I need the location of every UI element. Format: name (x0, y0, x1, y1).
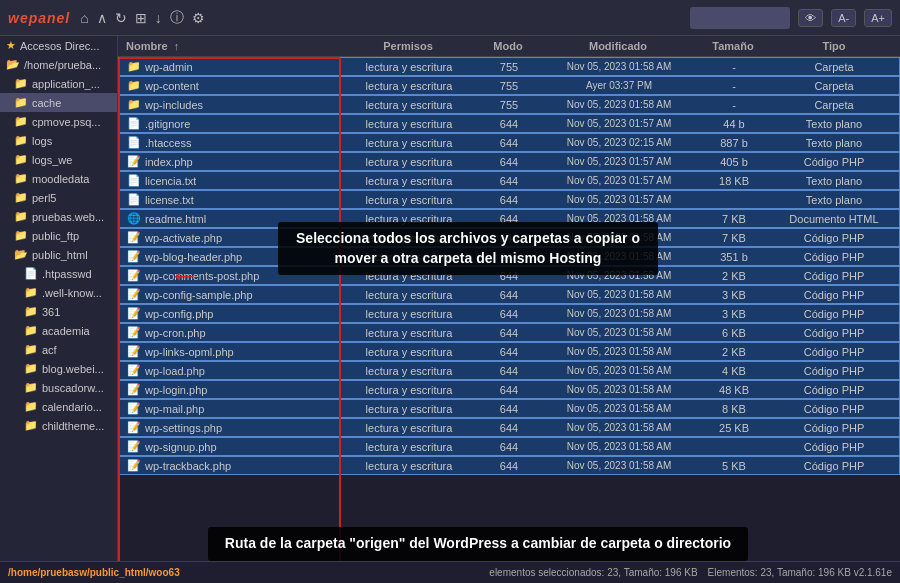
up-icon[interactable]: ∧ (97, 10, 107, 26)
settings-icon[interactable]: ⚙ (192, 10, 205, 26)
table-row[interactable]: 📄 license.txt lectura y escritura 644 No… (118, 190, 900, 209)
sidebar-item[interactable]: 📁public_ftp (0, 226, 117, 245)
file-perms-cell: lectura y escritura (339, 289, 479, 301)
sidebar-item[interactable]: 📁childtheme... (0, 416, 117, 435)
sidebar-item[interactable]: 📁pruebas.web... (0, 207, 117, 226)
file-mode-cell: 755 (479, 99, 539, 111)
file-name-label: .htaccess (145, 137, 191, 149)
table-row[interactable]: 📝 wp-trackback.php lectura y escritura 6… (118, 456, 900, 475)
search-input[interactable] (690, 7, 790, 29)
file-type-cell: Código PHP (769, 346, 899, 358)
file-perms-cell: lectura y escritura (339, 232, 479, 244)
table-row[interactable]: 📝 wp-blog-header.php lectura y escritura… (118, 247, 900, 266)
download-icon[interactable]: ↓ (155, 10, 162, 26)
sidebar-item[interactable]: 📁logs_we (0, 150, 117, 169)
table-row[interactable]: 📝 wp-links-opml.php lectura y escritura … (118, 342, 900, 361)
sidebar-item[interactable]: 📁application_... (0, 74, 117, 93)
table-row[interactable]: 📄 licencia.txt lectura y escritura 644 N… (118, 171, 900, 190)
table-row[interactable]: 📝 wp-settings.php lectura y escritura 64… (118, 418, 900, 437)
file-perms-cell: lectura y escritura (339, 346, 479, 358)
file-perms-cell: lectura y escritura (339, 175, 479, 187)
table-row[interactable]: 📝 wp-login.php lectura y escritura 644 N… (118, 380, 900, 399)
file-modified-cell: Nov 05, 2023 01:58 AM (539, 251, 699, 262)
php-icon: 📝 (127, 459, 141, 472)
table-row[interactable]: 📝 wp-mail.php lectura y escritura 644 No… (118, 399, 900, 418)
folder-icon: 📁 (14, 191, 28, 204)
sidebar-item[interactable]: 📁moodledata (0, 169, 117, 188)
col-header-type[interactable]: Tipo (768, 40, 900, 52)
file-name-label: wp-blog-header.php (145, 251, 242, 263)
html-icon: 🌐 (127, 212, 141, 225)
sidebar-item[interactable]: 📄.htpasswd (0, 264, 117, 283)
grid-icon[interactable]: ⊞ (135, 10, 147, 26)
file-modified-cell: Ayer 03:37 PM (539, 80, 699, 91)
sidebar-item[interactable]: 📁cache (0, 93, 117, 112)
sidebar-item[interactable]: 📁cpmove.psq... (0, 112, 117, 131)
table-row[interactable]: 🌐 readme.html lectura y escritura 644 No… (118, 209, 900, 228)
table-row[interactable]: 📝 wp-load.php lectura y escritura 644 No… (118, 361, 900, 380)
sidebar-item[interactable]: 📁.well-know... (0, 283, 117, 302)
file-mode-cell: 755 (479, 80, 539, 92)
file-size-cell: - (699, 80, 769, 92)
table-row[interactable]: 📝 wp-signup.php lectura y escritura 644 … (118, 437, 900, 456)
table-row[interactable]: 📁 wp-admin lectura y escritura 755 Nov 0… (118, 57, 900, 76)
file-perms-cell: lectura y escritura (339, 99, 479, 111)
col-header-size[interactable]: Tamaño (698, 40, 768, 52)
sidebar-item[interactable]: 📁blog.webei... (0, 359, 117, 378)
file-modified-cell: Nov 05, 2023 01:58 AM (539, 403, 699, 414)
file-type-cell: Texto plano (769, 175, 899, 187)
table-row[interactable]: 📄 .htaccess lectura y escritura 644 Nov … (118, 133, 900, 152)
table-row[interactable]: 📁 wp-includes lectura y escritura 755 No… (118, 95, 900, 114)
col-header-perms[interactable]: Permisos (338, 40, 478, 52)
sidebar-item[interactable]: 📁calendario... (0, 397, 117, 416)
col-header-name[interactable]: Nombre ↑ (118, 40, 338, 52)
folder-icon: 📁 (14, 229, 28, 242)
sidebar-item[interactable]: 📁buscadorw... (0, 378, 117, 397)
file-name-cell: 📄 license.txt (119, 193, 339, 206)
folder-icon: 📁 (14, 134, 28, 147)
info-icon[interactable]: ⓘ (170, 9, 184, 27)
table-row[interactable]: 📝 index.php lectura y escritura 644 Nov … (118, 152, 900, 171)
file-size-cell: 5 KB (699, 460, 769, 472)
table-row[interactable]: 📝 wp-cron.php lectura y escritura 644 No… (118, 323, 900, 342)
sidebar-item-label: public_ftp (32, 230, 79, 242)
sidebar-item[interactable]: 📂/home/prueba... (0, 55, 117, 74)
sidebar-item[interactable]: 📁acf (0, 340, 117, 359)
refresh-icon[interactable]: ↻ (115, 10, 127, 26)
eye-button[interactable]: 👁 (798, 9, 823, 27)
file-mode-cell: 644 (479, 194, 539, 206)
file-name-cell: 📝 wp-activate.php (119, 231, 339, 244)
font-decrease-button[interactable]: A- (831, 9, 856, 27)
file-perms-cell: lectura y escritura (339, 156, 479, 168)
file-modified-cell: Nov 05, 2023 01:58 AM (539, 384, 699, 395)
folder-icon: 📁 (14, 210, 28, 223)
table-row[interactable]: 📝 wp-config-sample.php lectura y escritu… (118, 285, 900, 304)
table-row[interactable]: 📝 wp-comments-post.php lectura y escritu… (118, 266, 900, 285)
sidebar-item-label: Accesos Direc... (20, 40, 99, 52)
file-mode-cell: 644 (479, 270, 539, 282)
file-name-cell: 📄 licencia.txt (119, 174, 339, 187)
file-type-cell: Código PHP (769, 232, 899, 244)
file-mode-cell: 644 (479, 289, 539, 301)
sidebar-item[interactable]: 📁perl5 (0, 188, 117, 207)
file-mode-cell: 644 (479, 384, 539, 396)
table-row[interactable]: 📝 wp-activate.php lectura y escritura 64… (118, 228, 900, 247)
table-row[interactable]: 📄 .gitignore lectura y escritura 644 Nov… (118, 114, 900, 133)
table-row[interactable]: 📝 wp-config.php lectura y escritura 644 … (118, 304, 900, 323)
home-icon[interactable]: ⌂ (80, 10, 88, 26)
col-header-modified[interactable]: Modificado (538, 40, 698, 52)
font-increase-button[interactable]: A+ (864, 9, 892, 27)
table-row[interactable]: 📁 wp-content lectura y escritura 755 Aye… (118, 76, 900, 95)
file-mode-cell: 644 (479, 441, 539, 453)
sidebar-item[interactable]: ★Accesos Direc... (0, 36, 117, 55)
sidebar-item[interactable]: 📂public_html (0, 245, 117, 264)
php-icon: 📝 (127, 231, 141, 244)
sidebar-item[interactable]: 📁361 (0, 302, 117, 321)
file-name-label: readme.html (145, 213, 206, 225)
col-header-mode[interactable]: Modo (478, 40, 538, 52)
sidebar-item-label: public_html (32, 249, 88, 261)
file-size-cell: 3 KB (699, 289, 769, 301)
sidebar-item[interactable]: 📁logs (0, 131, 117, 150)
sidebar-item[interactable]: 📁academia (0, 321, 117, 340)
file-modified-cell: Nov 05, 2023 01:58 AM (539, 308, 699, 319)
